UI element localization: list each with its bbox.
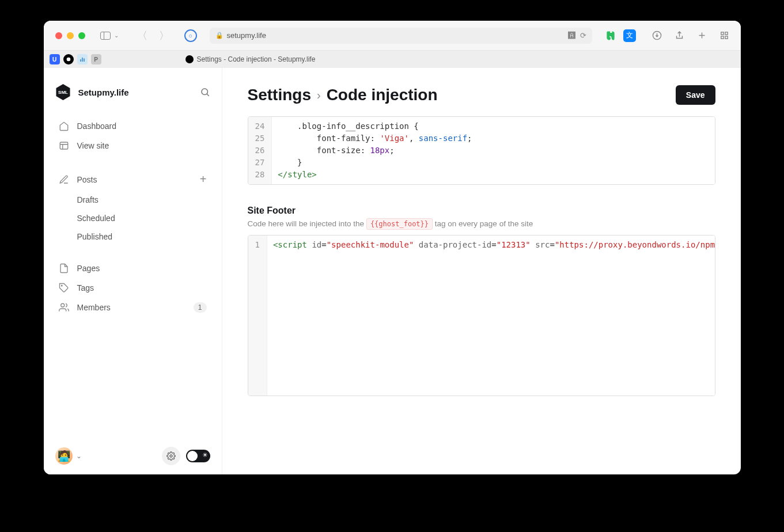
layout-icon [59, 140, 69, 151]
svg-rect-3 [721, 36, 723, 39]
sidebar: SML Setupmy.life Dashboard View site Pos… [44, 68, 222, 474]
sidebar-item-tags[interactable]: Tags [55, 278, 210, 298]
sidebar-item-label: Pages [77, 264, 100, 273]
svg-point-5 [66, 58, 70, 62]
translate-icon[interactable]: 🅰 [568, 31, 575, 40]
theme-toggle[interactable] [186, 450, 210, 462]
svg-point-9 [202, 89, 208, 95]
svg-point-13 [170, 455, 172, 457]
sidebar-item-members[interactable]: Members 1 [55, 298, 210, 317]
users-icon [59, 302, 69, 313]
evernote-icon[interactable] [605, 30, 616, 41]
site-footer-editor[interactable]: 1 <script id="speechkit-module" data-pro… [248, 235, 715, 396]
back-button[interactable]: 〈 [137, 29, 147, 43]
new-tab-icon[interactable] [697, 31, 707, 40]
site-footer-description: Code here will be injected into the {{gh… [248, 219, 715, 228]
sidebar-item-label: Tags [77, 283, 94, 292]
sidebar-item-posts[interactable]: Posts + [55, 168, 210, 191]
site-header: SML Setupmy.life [55, 84, 210, 100]
chevron-down-icon: ⌄ [114, 32, 119, 39]
tabbar: U P Settings - Code injection - Setupmy.… [44, 51, 741, 68]
tab-favicon-2-active[interactable] [63, 54, 74, 64]
page-header: Settings › Code injection Save [248, 85, 715, 105]
members-count-badge: 1 [194, 302, 207, 313]
tab-favicon-4[interactable]: P [91, 54, 101, 64]
sidebar-toggle-icon [100, 32, 111, 40]
minimize-window-button[interactable] [67, 32, 74, 39]
sidebar-item-view-site[interactable]: View site [55, 136, 210, 155]
url-text: setupmy.life [227, 31, 266, 40]
sidebar-toggle-group[interactable]: ⌄ [100, 32, 119, 40]
tab-favicon-3[interactable] [77, 54, 88, 64]
sidebar-subitem-drafts[interactable]: Drafts [55, 191, 210, 209]
avatar: 🧑‍💻 [55, 447, 73, 465]
sidebar-footer: 🧑‍💻 ⌄ [55, 447, 210, 465]
nav-arrows: 〈 〉 [137, 29, 169, 43]
svg-rect-6 [80, 59, 81, 62]
search-icon[interactable] [200, 87, 210, 97]
site-name: Setupmy.life [78, 88, 193, 97]
browser-window: ⌄ 〈 〉 ○ 🔒 setupmy.life 🅰 ⟳ 文 [44, 21, 741, 474]
extension-1password-icon[interactable]: ○ [184, 29, 197, 42]
close-window-button[interactable] [55, 32, 62, 39]
content: Settings › Code injection Save 242526272… [222, 68, 741, 474]
ghost-icon [185, 55, 194, 63]
tabs-overview-icon[interactable] [719, 31, 729, 40]
svg-rect-8 [84, 59, 85, 62]
breadcrumb-parent[interactable]: Settings [248, 86, 311, 104]
gutter: 1 [248, 235, 267, 396]
toolbar-right [652, 31, 729, 40]
share-icon[interactable] [675, 31, 684, 40]
save-button[interactable]: Save [676, 85, 715, 105]
svg-rect-7 [82, 58, 83, 62]
sidebar-subitem-scheduled[interactable]: Scheduled [55, 209, 210, 227]
breadcrumb-current: Code injection [327, 86, 438, 104]
add-post-icon[interactable]: + [200, 173, 207, 186]
downloads-icon[interactable] [652, 31, 662, 40]
svg-rect-1 [721, 32, 723, 35]
gutter: 2425262728 [248, 117, 272, 184]
extension-icons: 文 [605, 29, 636, 42]
sidebar-item-pages[interactable]: Pages [55, 259, 210, 278]
site-footer-title: Site Footer [248, 206, 715, 216]
sidebar-subitem-published[interactable]: Published [55, 227, 210, 246]
desc-pre: Code here will be injected into the [248, 219, 366, 228]
translate-extension-icon[interactable]: 文 [623, 29, 636, 42]
edit-icon [59, 174, 69, 185]
chevron-down-icon: ⌄ [76, 452, 82, 460]
traffic-lights [55, 32, 85, 39]
svg-point-11 [61, 286, 62, 287]
breadcrumb: Settings › Code injection [248, 86, 438, 104]
titlebar: ⌄ 〈 〉 ○ 🔒 setupmy.life 🅰 ⟳ 文 [44, 21, 741, 51]
site-header-editor[interactable]: 2425262728 .blog-info__description { fon… [248, 116, 715, 185]
tag-icon [59, 283, 69, 293]
reload-icon[interactable]: ⟳ [580, 31, 586, 40]
forward-button[interactable]: 〉 [159, 29, 169, 43]
svg-rect-2 [725, 32, 727, 35]
url-bar[interactable]: 🔒 setupmy.life 🅰 ⟳ [210, 28, 592, 44]
svg-rect-4 [725, 36, 727, 39]
sidebar-item-dashboard[interactable]: Dashboard [55, 116, 210, 136]
gear-icon [166, 451, 176, 461]
tab-title: Settings - Code injection - Setupmy.life [185, 55, 316, 63]
desc-post: tag on every page of the site [433, 219, 533, 228]
code-body[interactable]: <script id="speechkit-module" data-proje… [267, 235, 715, 396]
ghost-foot-tag: {{ghost_foot}} [366, 218, 433, 230]
sidebar-item-label: Dashboard [77, 121, 117, 131]
main: SML Setupmy.life Dashboard View site Pos… [44, 68, 741, 474]
file-icon [59, 263, 69, 273]
svg-point-12 [60, 303, 64, 307]
sidebar-item-label: Posts [77, 175, 97, 184]
tab-title-text: Settings - Code injection - Setupmy.life [197, 55, 316, 63]
sidebar-item-label: View site [77, 141, 109, 150]
code-body[interactable]: .blog-info__description { font-family: '… [272, 117, 714, 184]
tab-favicon-1[interactable]: U [50, 54, 60, 64]
settings-button[interactable] [162, 447, 180, 465]
maximize-window-button[interactable] [78, 32, 85, 39]
user-menu[interactable]: 🧑‍💻 ⌄ [55, 447, 82, 465]
site-logo: SML [55, 84, 71, 100]
svg-rect-10 [60, 142, 68, 149]
breadcrumb-separator-icon: › [317, 89, 321, 102]
home-icon [59, 121, 69, 131]
lock-icon: 🔒 [215, 32, 224, 39]
